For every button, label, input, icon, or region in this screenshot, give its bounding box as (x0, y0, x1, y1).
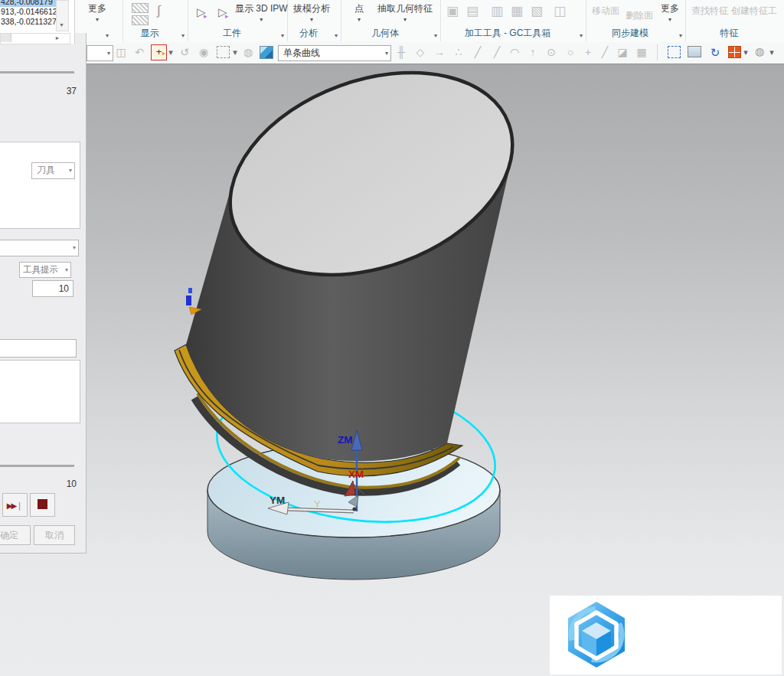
ok-button[interactable]: 确定 (0, 525, 31, 545)
list-combo[interactable]: ▾ (0, 240, 79, 256)
undo-orient-icon[interactable]: ↶ (132, 44, 147, 60)
scroll-right-icon[interactable]: ► (53, 34, 62, 42)
point-button[interactable]: 点▾ (354, 2, 364, 22)
select-dropdown-icon[interactable]: ▾ (231, 44, 239, 60)
cancel-button[interactable]: 取消 (34, 525, 75, 545)
display-toggle-icon[interactable] (132, 3, 149, 13)
chevron-down-icon: ▾ (661, 17, 679, 22)
chevron-down-icon: ▾ (69, 163, 72, 178)
find-feature-button[interactable]: 查找特征 (691, 5, 728, 18)
count-label: 10 (67, 478, 77, 489)
ribbon-group-analysis: 拔模分析▾ 分析 ▾ (287, 0, 341, 41)
panel-divider (0, 465, 74, 467)
snap-endpoint-icon[interactable]: → (432, 44, 447, 60)
curve-rule-combo[interactable]: 单条曲线 ▾ (278, 45, 391, 61)
show-3d-ipw-button[interactable]: 显示 3D IPW▾ (235, 2, 288, 22)
group-dropdown-icon[interactable]: ▾ (106, 32, 109, 39)
snap-midpoint-icon[interactable]: ◇ (413, 44, 428, 60)
create-feature-process-button[interactable]: 创建特征工 (731, 5, 777, 18)
machining-icon-5[interactable]: ▧ (531, 5, 543, 18)
list-item[interactable]: 428,-0.008179 (0, 0, 56, 7)
snap-dropdown-icon[interactable]: ▾ (167, 44, 175, 60)
machining-icon-4[interactable]: ▦ (511, 5, 523, 18)
row-count-label: 37 (67, 86, 77, 96)
scene-svg: Y YM ZM XM (0, 64, 784, 676)
hand-tool-icon[interactable]: ◉ (196, 44, 211, 60)
draft-analysis-button[interactable]: 拔模分析▾ (293, 2, 330, 22)
snap-slash-icon[interactable]: ╱ (597, 44, 612, 60)
stop-button[interactable] (30, 493, 55, 517)
machining-icon-2[interactable]: ▤ (466, 5, 479, 18)
snap-grid-icon[interactable]: ╫ (394, 44, 409, 60)
workpiece-flag-icon[interactable]: ▷▸ (197, 5, 206, 19)
toolbar-separator (657, 44, 658, 60)
group-dropdown-icon[interactable]: ▾ (335, 32, 338, 39)
ribbon-toolbar: 更多▾ ▾ ∫ 显示 ▾ ▷▸ ▷▸ 显示 3D IPW▾ 工件 ▾ 拔模分析▾ (0, 0, 784, 43)
render-style-icon[interactable]: ◍ (755, 45, 764, 57)
machining-icon-1[interactable]: ▣ (446, 5, 459, 18)
delete-face-button[interactable]: 删除面 (626, 9, 653, 22)
snap-points-icon[interactable]: ∴ (451, 44, 466, 60)
ym-axis-label: YM (270, 495, 285, 506)
group-label-workpiece: 工件 (188, 27, 276, 40)
group-dropdown-icon[interactable]: ▾ (281, 32, 284, 39)
cylinder-solid[interactable] (186, 64, 541, 461)
spline-display-icon[interactable]: ∫ (157, 4, 161, 18)
group-label-sync: 同步建模 (586, 27, 675, 40)
snap-circle-icon[interactable]: ○ (563, 44, 578, 60)
graphics-viewport[interactable]: Y YM ZM XM (0, 64, 784, 676)
group-dropdown-icon[interactable]: ▾ (434, 32, 437, 39)
vertical-scrollbar[interactable]: ▼ (56, 0, 69, 31)
shaded-object-icon[interactable]: ◍ (240, 44, 256, 60)
scroll-down-icon[interactable]: ▼ (57, 21, 66, 30)
group-dropdown-icon[interactable]: ▾ (580, 32, 583, 39)
workpiece-flag2-icon[interactable]: ▷▸ (218, 5, 227, 19)
list-item[interactable]: 338,-0.0211327 (0, 17, 56, 27)
render-dropdown-icon[interactable]: ▾ (768, 44, 776, 60)
curve-rule-value: 单条曲线 (283, 47, 320, 58)
snap-normal-icon[interactable]: ↑ (525, 44, 541, 60)
display-toggle2-icon[interactable] (132, 15, 149, 25)
snap-plus-icon[interactable]: + (580, 44, 596, 60)
scrollbar-thumb[interactable] (1, 34, 11, 42)
tool-number-input[interactable]: 10 (32, 280, 74, 297)
snap-point-active-icon[interactable]: +▸ (151, 44, 167, 60)
sync-more-button[interactable]: 更多▾ (661, 2, 679, 22)
snap-center-icon[interactable]: ⊙ (544, 44, 559, 60)
machining-icon-6[interactable]: ◫ (554, 5, 566, 18)
pan-view-icon[interactable] (688, 46, 701, 57)
grid-dropdown-icon[interactable]: ▾ (742, 44, 750, 60)
tooltip-combo[interactable]: 工具提示 ▾ (19, 262, 71, 278)
snap-face-icon[interactable]: ◪ (615, 44, 630, 60)
empty-input[interactable] (0, 339, 77, 358)
layout-grid-icon[interactable] (728, 46, 741, 58)
zm-axis-label: ZM (338, 434, 353, 446)
rotate-wcs-icon[interactable]: ↺ (177, 44, 192, 60)
rect-select-icon[interactable] (217, 46, 230, 58)
group-dropdown-icon[interactable]: ▾ (181, 32, 185, 39)
group-label-geometry: 几何体 (341, 27, 430, 40)
group-label-analysis: 分析 (287, 27, 330, 40)
group-dropdown-icon[interactable]: ▾ (679, 32, 682, 39)
extract-geom-feature-button[interactable]: 抽取几何特征▾ (377, 2, 433, 22)
snap-line2-icon[interactable]: ╱ (489, 44, 505, 60)
horizontal-scrollbar[interactable]: ► (0, 33, 70, 44)
operation-side-panel: 37 刀具 ▾ ▾ 工具提示 ▾ 10 10 ▶▶❘ 确定 取消 (0, 33, 87, 554)
refresh-view-icon[interactable]: ↻ (707, 44, 723, 60)
play-to-end-button[interactable]: ▶▶❘ (2, 493, 28, 517)
zoom-region-icon[interactable] (668, 46, 681, 58)
ribbon-group-sync: 移动面 删除面 更多▾ 同步建模 ▾ (586, 0, 686, 41)
ribbon-group-display: ∫ 显示 ▾ (122, 0, 188, 41)
tool-dialog-fragment: 刀具 ▾ (0, 142, 80, 229)
snap-arc-icon[interactable]: ◠ (507, 44, 522, 60)
work-cube-icon[interactable] (260, 46, 273, 59)
machining-icon-3[interactable]: ▥ (491, 5, 503, 18)
list-item[interactable]: 913,-0.0146612 (0, 7, 56, 17)
snap-grid2-icon[interactable]: ▦ (634, 44, 649, 60)
more-button[interactable]: 更多▾ (88, 2, 106, 22)
snap-line1-icon[interactable]: ╱ (470, 44, 485, 60)
view-cube-icon[interactable]: ◫ (113, 44, 129, 60)
move-face-button[interactable]: 移动面 (592, 5, 619, 18)
scope-combo[interactable]: ▾ (87, 45, 113, 61)
tool-combo[interactable]: 刀具 ▾ (31, 162, 75, 179)
